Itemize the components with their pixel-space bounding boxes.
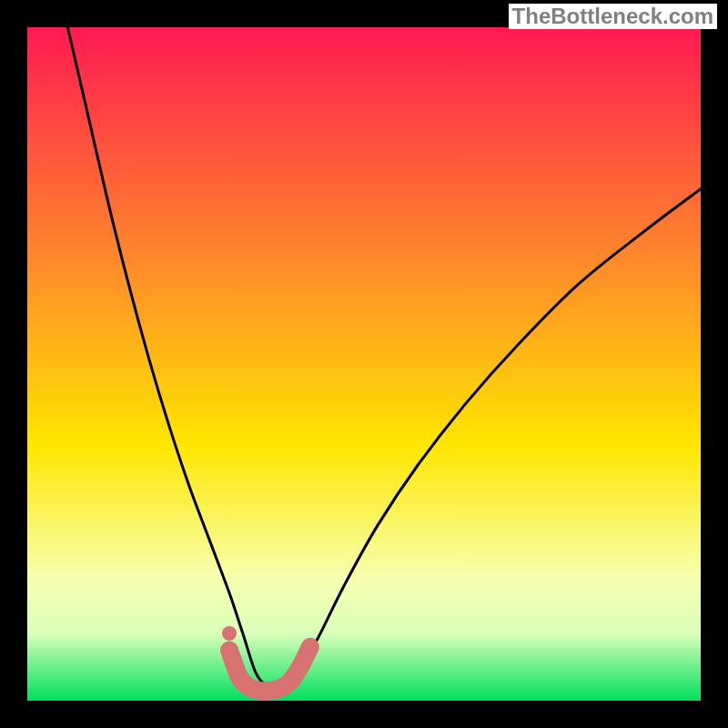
- outlier-dot: [222, 626, 237, 641]
- plot-area: [27, 27, 701, 701]
- chart-frame: TheBottleneck.com: [0, 0, 728, 728]
- chart-svg: [27, 27, 701, 701]
- gradient-background: [27, 27, 701, 701]
- watermark-label: TheBottleneck.com: [509, 4, 717, 29]
